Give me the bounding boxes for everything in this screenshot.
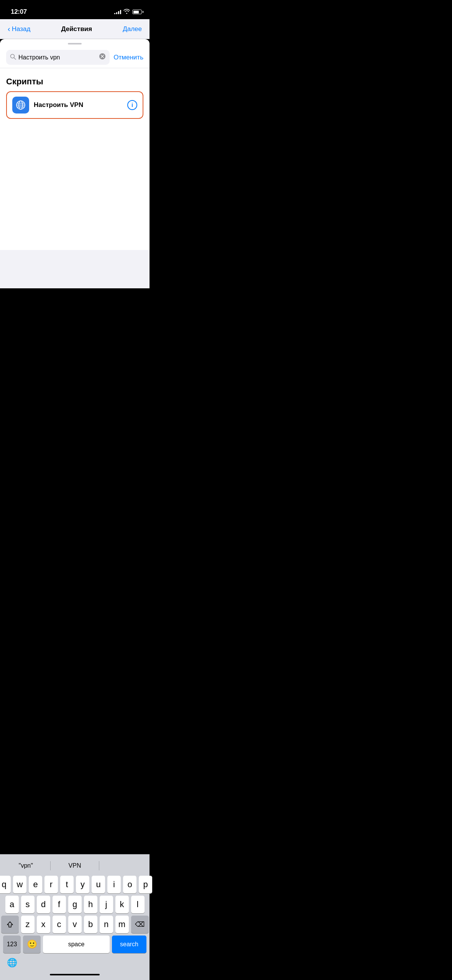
nav-header: ‹ Назад Действия Далее [0,19,150,39]
sheet: Отменить Скрипты Настроить VPN i [0,39,150,250]
sheet-handle [0,39,150,47]
next-button[interactable]: Далее [123,25,142,33]
signal-icon [114,10,121,14]
battery-icon [132,10,142,14]
section-header: Скрипты [0,68,150,90]
sheet-body: Скрипты Настроить VPN i [0,68,150,222]
search-input[interactable] [18,54,97,61]
cancel-button[interactable]: Отменить [113,54,143,61]
search-clear-button[interactable] [99,53,106,62]
status-bar: 12:07 [0,0,150,19]
result-icon [12,97,29,113]
status-time: 12:07 [11,8,27,16]
info-button[interactable]: i [127,100,137,110]
status-icons [114,9,142,15]
back-label: Назад [12,25,31,33]
page-title: Действия [61,25,92,33]
section-title: Скрипты [6,77,43,86]
chevron-left-icon: ‹ [8,25,10,33]
content-gap [0,250,150,288]
search-container: Отменить [0,47,150,68]
result-item[interactable]: Настроить VPN i [6,91,143,119]
wifi-icon [123,9,130,15]
search-icon [10,54,16,61]
search-input-wrapper [6,50,110,65]
back-button[interactable]: ‹ Назад [8,25,30,33]
handle-bar [68,43,82,44]
svg-line-1 [14,58,16,60]
result-label: Настроить VPN [34,101,123,109]
